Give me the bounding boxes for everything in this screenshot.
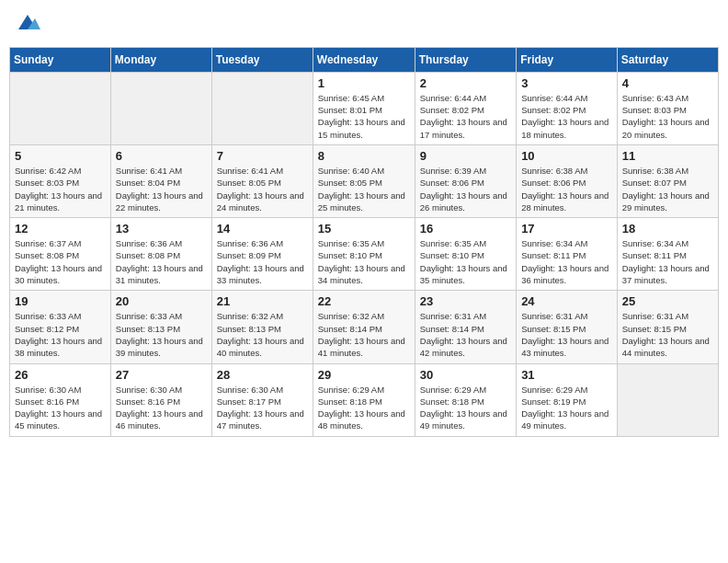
calendar-cell: 23Sunrise: 6:31 AM Sunset: 8:14 PM Dayli…: [415, 291, 516, 363]
day-info: Sunrise: 6:38 AM Sunset: 8:06 PM Dayligh…: [521, 165, 612, 213]
day-number: 11: [622, 149, 713, 163]
day-number: 20: [116, 294, 207, 308]
day-info: Sunrise: 6:30 AM Sunset: 8:17 PM Dayligh…: [217, 384, 308, 432]
day-number: 13: [116, 222, 207, 236]
day-info: Sunrise: 6:45 AM Sunset: 8:01 PM Dayligh…: [318, 92, 410, 141]
day-number: 4: [622, 76, 713, 90]
day-number: 16: [420, 222, 511, 236]
day-number: 10: [521, 149, 612, 163]
day-number: 7: [217, 149, 308, 163]
calendar-cell: 22Sunrise: 6:32 AM Sunset: 8:14 PM Dayli…: [313, 291, 415, 363]
weekday-header-row: SundayMondayTuesdayWednesdayThursdayFrid…: [10, 47, 719, 72]
day-info: Sunrise: 6:29 AM Sunset: 8:18 PM Dayligh…: [420, 384, 511, 432]
calendar: SundayMondayTuesdayWednesdayThursdayFrid…: [9, 47, 719, 437]
day-info: Sunrise: 6:35 AM Sunset: 8:10 PM Dayligh…: [420, 237, 511, 286]
day-number: 8: [318, 149, 410, 163]
day-info: Sunrise: 6:29 AM Sunset: 8:18 PM Dayligh…: [318, 384, 410, 432]
calendar-cell: 10Sunrise: 6:38 AM Sunset: 8:06 PM Dayli…: [517, 144, 618, 217]
day-info: Sunrise: 6:33 AM Sunset: 8:12 PM Dayligh…: [15, 310, 106, 359]
calendar-cell: 8Sunrise: 6:40 AM Sunset: 8:05 PM Daylig…: [313, 144, 415, 217]
day-number: 9: [420, 149, 511, 163]
calendar-cell: 1Sunrise: 6:45 AM Sunset: 8:01 PM Daylig…: [313, 72, 415, 144]
day-number: 22: [318, 294, 410, 308]
calendar-cell: 20Sunrise: 6:33 AM Sunset: 8:13 PM Dayli…: [110, 291, 211, 363]
day-number: 27: [116, 368, 207, 382]
calendar-cell: 29Sunrise: 6:29 AM Sunset: 8:18 PM Dayli…: [313, 363, 415, 436]
day-info: Sunrise: 6:44 AM Sunset: 8:02 PM Dayligh…: [420, 92, 511, 141]
day-info: Sunrise: 6:29 AM Sunset: 8:19 PM Dayligh…: [521, 384, 612, 432]
day-number: 18: [622, 222, 713, 236]
weekday-header-tuesday: Tuesday: [211, 47, 313, 72]
day-info: Sunrise: 6:35 AM Sunset: 8:10 PM Dayligh…: [318, 237, 410, 286]
day-info: Sunrise: 6:31 AM Sunset: 8:15 PM Dayligh…: [622, 310, 713, 359]
calendar-cell: 3Sunrise: 6:44 AM Sunset: 8:02 PM Daylig…: [517, 72, 618, 144]
day-info: Sunrise: 6:30 AM Sunset: 8:16 PM Dayligh…: [15, 384, 106, 432]
weekday-header-sunday: Sunday: [10, 47, 111, 72]
week-row-3: 12Sunrise: 6:37 AM Sunset: 8:08 PM Dayli…: [10, 218, 719, 291]
day-number: 29: [318, 368, 410, 382]
day-number: 3: [521, 76, 612, 90]
weekday-header-monday: Monday: [110, 47, 211, 72]
calendar-cell: 4Sunrise: 6:43 AM Sunset: 8:03 PM Daylig…: [617, 72, 718, 144]
day-number: 25: [622, 294, 713, 308]
day-info: Sunrise: 6:41 AM Sunset: 8:04 PM Dayligh…: [116, 165, 207, 213]
day-number: 23: [420, 294, 511, 308]
calendar-cell: 17Sunrise: 6:34 AM Sunset: 8:11 PM Dayli…: [517, 218, 618, 291]
day-number: 30: [420, 368, 511, 382]
day-info: Sunrise: 6:32 AM Sunset: 8:13 PM Dayligh…: [217, 310, 308, 359]
day-number: 28: [217, 368, 308, 382]
calendar-cell: 13Sunrise: 6:36 AM Sunset: 8:08 PM Dayli…: [110, 218, 211, 291]
day-number: 15: [318, 222, 410, 236]
day-info: Sunrise: 6:43 AM Sunset: 8:03 PM Dayligh…: [622, 92, 713, 141]
day-number: 2: [420, 76, 511, 90]
calendar-cell: 12Sunrise: 6:37 AM Sunset: 8:08 PM Dayli…: [10, 218, 111, 291]
calendar-cell: 14Sunrise: 6:36 AM Sunset: 8:09 PM Dayli…: [211, 218, 313, 291]
calendar-cell: 15Sunrise: 6:35 AM Sunset: 8:10 PM Dayli…: [313, 218, 415, 291]
day-number: 21: [217, 294, 308, 308]
week-row-5: 26Sunrise: 6:30 AM Sunset: 8:16 PM Dayli…: [10, 363, 719, 436]
calendar-cell: 6Sunrise: 6:41 AM Sunset: 8:04 PM Daylig…: [110, 144, 211, 217]
calendar-cell: 11Sunrise: 6:38 AM Sunset: 8:07 PM Dayli…: [617, 144, 718, 217]
calendar-cell: 28Sunrise: 6:30 AM Sunset: 8:17 PM Dayli…: [211, 363, 313, 436]
day-number: 1: [318, 76, 410, 90]
day-number: 14: [217, 222, 308, 236]
weekday-header-friday: Friday: [517, 47, 618, 72]
day-info: Sunrise: 6:36 AM Sunset: 8:08 PM Dayligh…: [116, 237, 207, 286]
day-info: Sunrise: 6:31 AM Sunset: 8:14 PM Dayligh…: [420, 310, 511, 359]
day-info: Sunrise: 6:44 AM Sunset: 8:02 PM Dayligh…: [521, 92, 612, 141]
logo: [13, 9, 40, 40]
day-info: Sunrise: 6:40 AM Sunset: 8:05 PM Dayligh…: [318, 165, 410, 213]
calendar-cell: 27Sunrise: 6:30 AM Sunset: 8:16 PM Dayli…: [110, 363, 211, 436]
day-info: Sunrise: 6:42 AM Sunset: 8:03 PM Dayligh…: [15, 165, 106, 213]
weekday-header-thursday: Thursday: [415, 47, 516, 72]
day-number: 5: [15, 149, 106, 163]
day-info: Sunrise: 6:30 AM Sunset: 8:16 PM Dayligh…: [116, 384, 207, 432]
calendar-cell: 18Sunrise: 6:34 AM Sunset: 8:11 PM Dayli…: [617, 218, 718, 291]
calendar-cell: 31Sunrise: 6:29 AM Sunset: 8:19 PM Dayli…: [517, 363, 618, 436]
calendar-cell: 25Sunrise: 6:31 AM Sunset: 8:15 PM Dayli…: [617, 291, 718, 363]
day-number: 19: [15, 294, 106, 308]
calendar-cell: 26Sunrise: 6:30 AM Sunset: 8:16 PM Dayli…: [10, 363, 111, 436]
calendar-cell: [617, 363, 718, 436]
day-info: Sunrise: 6:38 AM Sunset: 8:07 PM Dayligh…: [622, 165, 713, 213]
calendar-cell: [211, 72, 313, 144]
calendar-cell: [110, 72, 211, 144]
day-number: 24: [521, 294, 612, 308]
calendar-cell: 7Sunrise: 6:41 AM Sunset: 8:05 PM Daylig…: [211, 144, 313, 217]
calendar-cell: 30Sunrise: 6:29 AM Sunset: 8:18 PM Dayli…: [415, 363, 516, 436]
day-info: Sunrise: 6:34 AM Sunset: 8:11 PM Dayligh…: [521, 237, 612, 286]
week-row-4: 19Sunrise: 6:33 AM Sunset: 8:12 PM Dayli…: [10, 291, 719, 363]
day-number: 17: [521, 222, 612, 236]
day-number: 12: [15, 222, 106, 236]
day-info: Sunrise: 6:33 AM Sunset: 8:13 PM Dayligh…: [116, 310, 207, 359]
header: [9, 9, 719, 40]
day-info: Sunrise: 6:34 AM Sunset: 8:11 PM Dayligh…: [622, 237, 713, 286]
calendar-cell: 5Sunrise: 6:42 AM Sunset: 8:03 PM Daylig…: [10, 144, 111, 217]
day-info: Sunrise: 6:39 AM Sunset: 8:06 PM Dayligh…: [420, 165, 511, 213]
day-info: Sunrise: 6:31 AM Sunset: 8:15 PM Dayligh…: [521, 310, 612, 359]
day-info: Sunrise: 6:36 AM Sunset: 8:09 PM Dayligh…: [217, 237, 308, 286]
calendar-cell: 24Sunrise: 6:31 AM Sunset: 8:15 PM Dayli…: [517, 291, 618, 363]
week-row-1: 1Sunrise: 6:45 AM Sunset: 8:01 PM Daylig…: [10, 72, 719, 144]
week-row-2: 5Sunrise: 6:42 AM Sunset: 8:03 PM Daylig…: [10, 144, 719, 217]
calendar-cell: 19Sunrise: 6:33 AM Sunset: 8:12 PM Dayli…: [10, 291, 111, 363]
